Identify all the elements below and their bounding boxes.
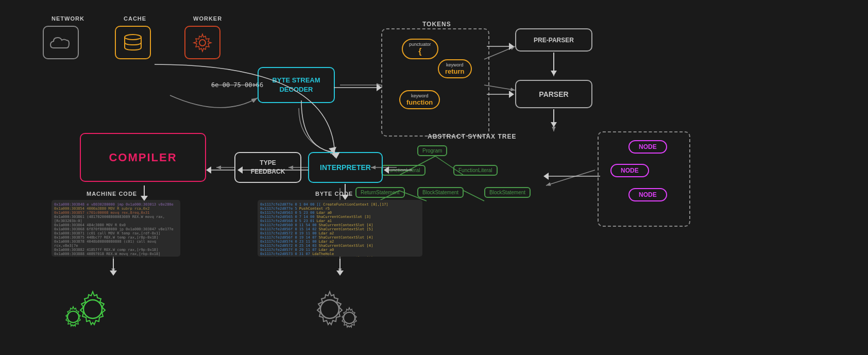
compiler-down-arrow [137, 185, 152, 204]
svg-point-24 [67, 311, 79, 323]
worker-label: WORKER [193, 15, 222, 22]
pre-parser-to-parser-arrow [548, 53, 560, 79]
token-keyword-return: keyword return [438, 59, 472, 78]
svg-marker-47 [384, 166, 389, 174]
tokens-to-parser-arrow [487, 87, 518, 102]
svg-marker-30 [110, 271, 117, 276]
tokens-title: TOKENS [422, 21, 451, 28]
ast-bs2: BlockStatement [484, 187, 531, 198]
interpreter-down-arrow [337, 184, 353, 204]
svg-marker-41 [509, 43, 514, 50]
right-gear-group [299, 281, 366, 334]
ast-rs: ReturnStatement [355, 187, 405, 198]
node-pill-2: NODE [610, 164, 649, 177]
svg-marker-51 [237, 166, 243, 174]
ast-title: ABSTRACT SYNTAX TREE [428, 133, 516, 140]
svg-marker-36 [551, 122, 557, 127]
main-diagram: NETWORK CACHE WORKER 6e 00 75 00 66 BYTE… [0, 0, 868, 355]
token-punctuator: punctuator { [402, 39, 438, 59]
network-label: NETWORK [52, 15, 84, 22]
token-keyword-function: keyword function [399, 90, 440, 109]
svg-marker-45 [377, 84, 382, 91]
svg-marker-34 [342, 195, 349, 200]
svg-point-26 [344, 312, 355, 324]
worker-icon-box [184, 26, 220, 59]
svg-point-17 [199, 40, 206, 46]
svg-marker-53 [206, 166, 211, 174]
parser-down-arrow [548, 109, 560, 131]
left-gear-group [62, 281, 129, 334]
svg-marker-43 [509, 91, 514, 98]
svg-line-22 [464, 191, 484, 201]
ast-bs1: BlockStatement [417, 187, 464, 198]
machine-code-label: MACHINE CODE [87, 191, 137, 197]
decoder-to-tokens-arrow [334, 81, 385, 94]
svg-marker-54 [331, 152, 340, 159]
tokens-to-preparser-arrow [487, 39, 518, 54]
cache-icon-box [115, 26, 151, 59]
machine-code-down-arrow [106, 259, 121, 279]
svg-marker-32 [336, 271, 344, 276]
node-pill-3: NODE [628, 188, 667, 201]
machine-code-block: 0x1a000:303848 e v8030280000 jmp 0x1a000… [52, 200, 180, 257]
network-icon-box [43, 26, 79, 59]
svg-marker-28 [141, 196, 148, 201]
parser-box: PARSER [515, 80, 592, 108]
byte-code-block: 0x1117cfe2d077e 0 1 04 00 [[ CreateFunct… [258, 200, 422, 257]
pre-parser-box: PRE-PARSER [515, 28, 592, 52]
node-to-ast-arrow [541, 170, 603, 183]
byte-code-down-arrow [332, 259, 348, 279]
ast-to-interpreter-arrow [381, 164, 415, 177]
svg-marker-38 [551, 71, 557, 76]
node-pill-1: NODE [628, 140, 667, 154]
svg-point-23 [83, 300, 102, 318]
sources-to-interpreter-curved-arrow [52, 59, 340, 167]
ast-program: Program [417, 145, 447, 156]
svg-point-25 [320, 300, 339, 318]
ast-fl2: FunctionLiteral [453, 165, 498, 176]
svg-marker-49 [543, 173, 549, 180]
cache-label: CACHE [124, 15, 146, 22]
svg-point-16 [125, 35, 141, 40]
